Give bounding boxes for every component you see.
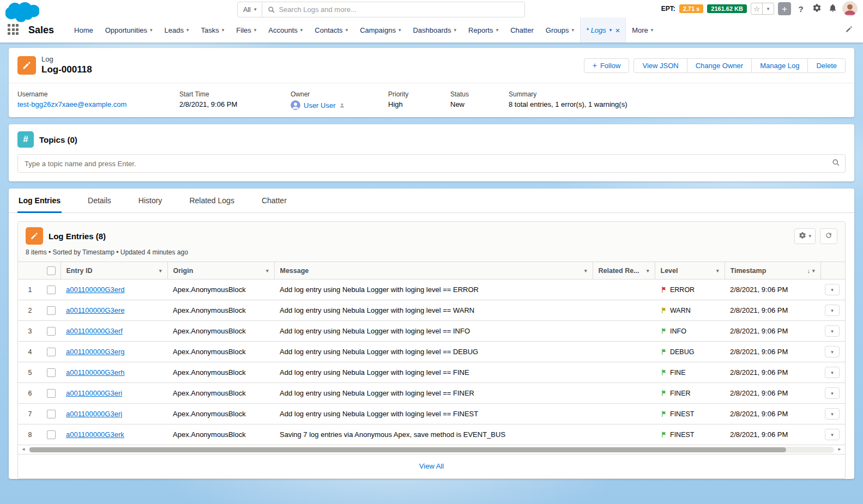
table-header-row: Entry ID▾Origin▾Message▾Related Re...▾Le… [18,262,845,280]
column-entry-id[interactable]: Entry ID▾ [61,262,167,280]
row-actions-button[interactable]: ▾ [825,284,840,295]
entry-id-link[interactable]: a001100000G3erg [66,348,124,356]
cell-message: Add log entry using Nebula Logger with l… [274,342,593,362]
bell-icon [828,3,837,14]
entry-id-link[interactable]: a001100000G3eri [66,389,122,397]
notifications-button[interactable] [826,2,838,15]
record-actions: + Follow View JSONChange OwnerManage Log… [584,58,846,73]
nav-item-groups[interactable]: Groups▾ [540,17,580,42]
view-json-button[interactable]: View JSON [633,58,687,73]
nav-item-reports[interactable]: Reports▾ [462,17,504,42]
delete-button[interactable]: Delete [807,58,846,73]
setup-button[interactable] [811,2,823,15]
owner-link[interactable]: User User [304,101,336,110]
nav-item-chatter[interactable]: Chatter [504,17,540,42]
manage-log-button[interactable]: Manage Log [751,58,808,73]
tab-log-entries[interactable]: Log Entries [17,189,62,212]
tab-details[interactable]: Details [87,189,112,212]
select-all-checkbox[interactable] [47,266,56,275]
row-checkbox[interactable] [47,389,56,398]
field-label: Summary [509,90,627,98]
cell-message: Add log entry using Nebula Logger with l… [274,362,593,383]
cell-level: FINE [655,362,725,383]
column-header-content: Level▾ [661,267,719,275]
row-checkbox[interactable] [47,410,56,418]
cell-timestamp: 2/8/2021, 9:06 PM [725,321,820,342]
nav-item-opportunities[interactable]: Opportunities▾ [99,17,159,42]
follow-button[interactable]: + Follow [584,58,630,73]
search-scope-dropdown[interactable]: All ▾ [238,2,262,17]
topics-card: # Topics (0) [9,124,854,181]
entry-id-link[interactable]: a001100000G3erh [66,368,124,377]
tab-related-logs[interactable]: Related Logs [188,189,236,212]
close-tab-icon[interactable]: × [615,26,620,34]
nav-item-label: Opportunities [105,26,147,34]
row-checkbox[interactable] [47,286,56,294]
column-origin[interactable]: Origin▾ [167,262,274,280]
scrollbar-thumb[interactable] [29,447,786,452]
entry-id-link[interactable]: a001100000G3erd [66,286,124,294]
scroll-left-icon[interactable]: ◄ [20,447,27,452]
field-value: User User [291,100,382,110]
entry-id-link[interactable]: a001100000G3erf [66,327,123,335]
change-owner-button[interactable]: Change Owner [687,58,752,73]
nav-item-leads[interactable]: Leads▾ [159,17,195,42]
column-level[interactable]: Level▾ [655,262,725,280]
nav-item-label: Home [74,26,93,34]
scroll-right-icon[interactable]: ► [836,447,843,452]
column-message[interactable]: Message▾ [274,262,593,280]
chevron-down-icon: ▾ [159,268,162,274]
row-number: 7 [18,404,42,424]
search-input[interactable] [277,5,524,14]
user-avatar[interactable] [842,1,858,16]
view-all-link[interactable]: View All [419,462,444,470]
column-timestamp[interactable]: Timestamp↓▾ [725,262,820,280]
favorite-star-button[interactable]: ☆ [751,3,763,15]
chevron-down-icon: ▾ [812,268,815,274]
nav-item-tasks[interactable]: Tasks▾ [195,17,231,42]
nav-item-dashboards[interactable]: Dashboards▾ [407,17,462,42]
edit-navbar-button[interactable] [845,25,853,35]
row-actions-button[interactable]: ▾ [825,346,840,357]
favorites-dropdown-button[interactable]: ▾ [762,3,774,15]
tab-history[interactable]: History [137,189,164,212]
scrollbar-track[interactable] [29,447,834,453]
row-actions-button[interactable]: ▾ [825,429,840,440]
row-number: 8 [18,424,42,445]
entry-id-link[interactable]: a001100000G3erk [66,430,124,439]
nav-tab-logs-active[interactable]: * Logs ▾ × [580,17,626,42]
row-actions-button[interactable]: ▾ [825,325,840,337]
entry-id-link[interactable]: a001100000G3erj [66,410,122,418]
chevron-down-icon: ▾ [831,432,834,438]
row-actions-button[interactable]: ▾ [825,387,840,399]
nav-item-files[interactable]: Files▾ [230,17,262,42]
nav-item-campaigns[interactable]: Campaigns▾ [354,17,407,42]
nav-item-contacts[interactable]: Contacts▾ [309,17,354,42]
refresh-button[interactable] [820,228,837,244]
cell-related-record [593,424,655,445]
row-checkbox[interactable] [47,327,56,336]
topic-input[interactable] [17,154,846,173]
row-checkbox[interactable] [47,306,56,315]
nav-item-accounts[interactable]: Accounts▾ [262,17,309,42]
row-checkbox[interactable] [47,430,56,439]
chevron-down-icon: ▾ [346,28,348,33]
list-settings-button[interactable]: ▾ [794,228,816,244]
help-button[interactable]: ? [795,2,807,15]
column-related-re[interactable]: Related Re...▾ [593,262,655,280]
flag-icon [660,410,667,417]
entry-id-link[interactable]: a001100000G3ere [66,306,124,314]
username-link[interactable]: test-bgg26zx7xaee@example.com [17,100,126,108]
row-checkbox[interactable] [47,368,56,377]
row-actions-button[interactable]: ▾ [825,305,840,316]
row-actions-button[interactable]: ▾ [825,408,840,420]
cell-origin: Apex.AnonymousBlock [167,404,274,424]
nav-item-label: Accounts [268,26,297,34]
nav-item-home[interactable]: Home [68,17,99,42]
cell-checkbox [42,362,61,383]
tab-chatter[interactable]: Chatter [261,189,288,212]
row-actions-button[interactable]: ▾ [825,367,840,378]
row-checkbox[interactable] [47,348,56,356]
nav-item-more[interactable]: More ▾ [626,17,659,42]
quick-create-button[interactable]: + [778,2,791,15]
